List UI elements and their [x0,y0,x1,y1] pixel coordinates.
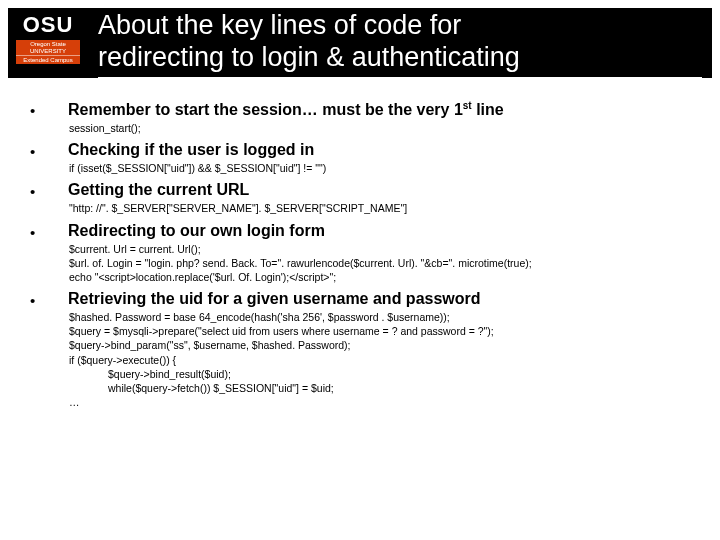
code-line: $query->bind_param("ss", $username, $has… [68,338,690,352]
slide-title: About the key lines of code for redirect… [8,8,712,78]
logo-top: OSU [16,10,80,40]
item-heading: Retrieving the uid for a given username … [68,290,690,308]
code-line: session_start(); [68,121,690,135]
item-heading: Checking if the user is logged in [68,141,690,159]
list-item: • Retrieving the uid for a given usernam… [30,290,690,409]
logo-mid: Oregon StateUNIVERSITY [16,40,80,55]
code-line: if (isset($_SESSION["uid"]) && $_SESSION… [68,161,690,175]
code-line: $query->bind_result($uid); [68,367,690,381]
list-item: • Getting the current URL "http: //". $_… [30,181,690,215]
code-line: $query = $mysqli->prepare("select uid fr… [68,324,690,338]
item-heading: Getting the current URL [68,181,690,199]
code-line: echo "<script>location.replace('$url. Of… [68,270,690,284]
code-line: if ($query->execute()) { [68,353,690,367]
code-line: while($query->fetch()) $_SESSION["uid"] … [68,381,690,395]
list-item: • Redirecting to our own login form $cur… [30,222,690,285]
bullet-icon: • [30,100,68,136]
bullet-icon: • [30,181,68,215]
bullet-icon: • [30,141,68,175]
list-item: • Checking if the user is logged in if (… [30,141,690,175]
logo-bot: Extended Campus [16,55,80,64]
slide-content: • Remember to start the session… must be… [0,78,720,410]
osu-logo: OSU Oregon StateUNIVERSITY Extended Camp… [16,10,80,64]
bullet-icon: • [30,290,68,409]
code-line: "http: //". $_SERVER["SERVER_NAME"]. $_S… [68,201,690,215]
code-line: $current. Url = current. Url(); [68,242,690,256]
item-heading: Remember to start the session… must be t… [68,100,690,119]
item-heading: Redirecting to our own login form [68,222,690,240]
bullet-icon: • [30,222,68,285]
code-line: … [68,395,690,409]
list-item: • Remember to start the session… must be… [30,100,690,136]
code-line: $url. of. Login = "login. php? send. Bac… [68,256,690,270]
code-line: $hashed. Password = base 64_encode(hash(… [68,310,690,324]
